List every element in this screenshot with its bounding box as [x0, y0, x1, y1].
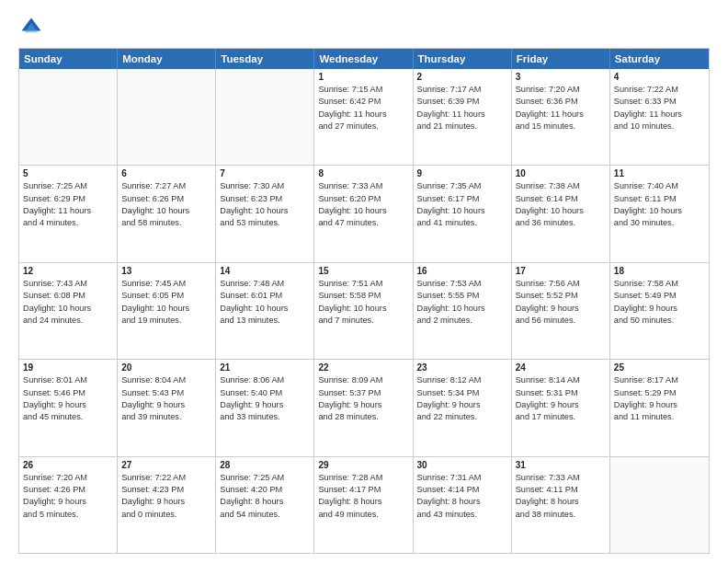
weekday-header-friday: Friday [512, 49, 610, 69]
day-number: 27 [121, 460, 211, 470]
cell-line: Sunset: 5:49 PM [614, 290, 705, 302]
cell-line: Sunrise: 8:06 AM [220, 374, 310, 386]
cell-line: Sunset: 6:23 PM [220, 193, 310, 205]
cell-line: Sunrise: 7:48 AM [220, 278, 310, 290]
calendar-cell: 30Sunrise: 7:31 AMSunset: 4:14 PMDayligh… [414, 457, 512, 553]
day-number: 21 [220, 362, 310, 373]
cell-line: Daylight: 10 hours [121, 303, 211, 315]
weekday-header-wednesday: Wednesday [314, 49, 413, 69]
weekday-header-sunday: Sunday [19, 49, 118, 69]
cell-line: Daylight: 10 hours [614, 205, 705, 217]
cell-line: Daylight: 9 hours [121, 496, 211, 508]
cell-line: Daylight: 9 hours [121, 399, 211, 411]
weekday-header-saturday: Saturday [610, 49, 709, 69]
day-number: 9 [417, 168, 507, 178]
cell-line: Daylight: 8 hours [220, 496, 310, 508]
cell-line: and 24 minutes. [23, 315, 113, 327]
cell-line: Daylight: 9 hours [417, 399, 507, 411]
cell-line: Daylight: 11 hours [318, 109, 408, 121]
page: SundayMondayTuesdayWednesdayThursdayFrid… [0, 0, 728, 563]
cell-line: and 11 minutes. [614, 411, 705, 423]
cell-line: Sunset: 6:11 PM [614, 193, 705, 205]
cell-line: Sunrise: 7:40 AM [614, 180, 705, 192]
cell-line: and 38 minutes. [516, 509, 606, 521]
cell-line: Sunrise: 7:56 AM [516, 278, 606, 290]
cell-line: and 50 minutes. [614, 315, 705, 327]
cell-line: Daylight: 9 hours [516, 399, 606, 411]
cell-line: Daylight: 9 hours [220, 399, 310, 411]
logo-icon [18, 15, 44, 40]
day-number: 5 [23, 168, 113, 178]
calendar-cell: 3Sunrise: 7:20 AMSunset: 6:36 PMDaylight… [512, 69, 610, 165]
calendar-header: SundayMondayTuesdayWednesdayThursdayFrid… [19, 49, 709, 69]
cell-line: Sunrise: 7:51 AM [318, 278, 408, 290]
cell-line: Sunrise: 7:45 AM [121, 278, 211, 290]
cell-line: Daylight: 11 hours [23, 205, 113, 217]
calendar-cell: 9Sunrise: 7:35 AMSunset: 6:17 PMDaylight… [414, 166, 512, 261]
day-number: 12 [23, 266, 113, 276]
cell-line: Sunrise: 8:17 AM [614, 374, 705, 386]
calendar-cell: 13Sunrise: 7:45 AMSunset: 6:05 PMDayligh… [118, 263, 216, 359]
calendar-row-0: 1Sunrise: 7:15 AMSunset: 6:42 PMDaylight… [19, 69, 709, 165]
cell-line: Sunset: 6:08 PM [23, 290, 113, 302]
calendar-cell: 23Sunrise: 8:12 AMSunset: 5:34 PMDayligh… [414, 360, 512, 455]
cell-line: Daylight: 11 hours [417, 109, 507, 121]
calendar-cell: 31Sunrise: 7:33 AMSunset: 4:11 PMDayligh… [512, 457, 610, 553]
cell-line: Daylight: 10 hours [318, 303, 408, 315]
cell-line: Sunset: 5:55 PM [417, 290, 507, 302]
calendar-cell: 27Sunrise: 7:22 AMSunset: 4:23 PMDayligh… [118, 457, 216, 553]
cell-line: Sunrise: 7:22 AM [614, 84, 705, 96]
cell-line: Daylight: 11 hours [614, 109, 705, 121]
cell-line: Sunrise: 7:17 AM [417, 84, 507, 96]
cell-line: Daylight: 10 hours [516, 205, 606, 217]
calendar-cell: 26Sunrise: 7:20 AMSunset: 4:26 PMDayligh… [19, 457, 118, 553]
day-number: 22 [318, 362, 408, 373]
day-number: 31 [516, 460, 606, 470]
cell-line: Daylight: 9 hours [23, 496, 113, 508]
day-number: 25 [614, 362, 705, 373]
calendar-cell: 6Sunrise: 7:27 AMSunset: 6:26 PMDaylight… [118, 166, 216, 261]
day-number: 17 [516, 266, 606, 276]
calendar-cell [19, 69, 118, 165]
day-number: 4 [614, 72, 705, 82]
calendar-cell: 22Sunrise: 8:09 AMSunset: 5:37 PMDayligh… [314, 360, 413, 455]
cell-line: and 43 minutes. [417, 509, 507, 521]
cell-line: Sunrise: 7:20 AM [23, 472, 113, 484]
cell-line: Sunrise: 7:33 AM [516, 472, 606, 484]
calendar: SundayMondayTuesdayWednesdayThursdayFrid… [18, 48, 710, 554]
cell-line: and 54 minutes. [220, 509, 310, 521]
cell-line: Daylight: 8 hours [417, 496, 507, 508]
day-number: 18 [614, 266, 705, 276]
calendar-cell: 2Sunrise: 7:17 AMSunset: 6:39 PMDaylight… [414, 69, 512, 165]
cell-line: Daylight: 10 hours [23, 303, 113, 315]
cell-line: and 5 minutes. [23, 509, 113, 521]
cell-line: Sunrise: 8:09 AM [318, 374, 408, 386]
cell-line: and 15 minutes. [516, 121, 606, 132]
cell-line: Sunset: 6:42 PM [318, 96, 408, 108]
day-number: 24 [516, 362, 606, 373]
calendar-cell [610, 457, 709, 553]
cell-line: Sunset: 5:40 PM [220, 387, 310, 399]
cell-line: and 39 minutes. [121, 411, 211, 423]
cell-line: Sunrise: 7:28 AM [318, 472, 408, 484]
cell-line: Sunset: 6:29 PM [23, 193, 113, 205]
day-number: 30 [417, 460, 507, 470]
cell-line: and 19 minutes. [121, 315, 211, 327]
calendar-row-2: 12Sunrise: 7:43 AMSunset: 6:08 PMDayligh… [19, 262, 709, 359]
cell-line: and 36 minutes. [516, 217, 606, 229]
cell-line: Daylight: 9 hours [614, 399, 705, 411]
calendar-cell: 24Sunrise: 8:14 AMSunset: 5:31 PMDayligh… [512, 360, 610, 455]
calendar-body: 1Sunrise: 7:15 AMSunset: 6:42 PMDaylight… [19, 69, 709, 553]
day-number: 2 [417, 72, 507, 82]
cell-line: and 33 minutes. [220, 411, 310, 423]
cell-line: Sunrise: 7:33 AM [318, 180, 408, 192]
cell-line: and 13 minutes. [220, 315, 310, 327]
cell-line: and 27 minutes. [318, 121, 408, 132]
calendar-cell: 21Sunrise: 8:06 AMSunset: 5:40 PMDayligh… [216, 360, 314, 455]
calendar-row-1: 5Sunrise: 7:25 AMSunset: 6:29 PMDaylight… [19, 165, 709, 261]
cell-line: and 7 minutes. [318, 315, 408, 327]
cell-line: Sunset: 6:36 PM [516, 96, 606, 108]
calendar-cell: 7Sunrise: 7:30 AMSunset: 6:23 PMDaylight… [216, 166, 314, 261]
cell-line: Sunrise: 7:38 AM [516, 180, 606, 192]
cell-line: Daylight: 9 hours [516, 303, 606, 315]
